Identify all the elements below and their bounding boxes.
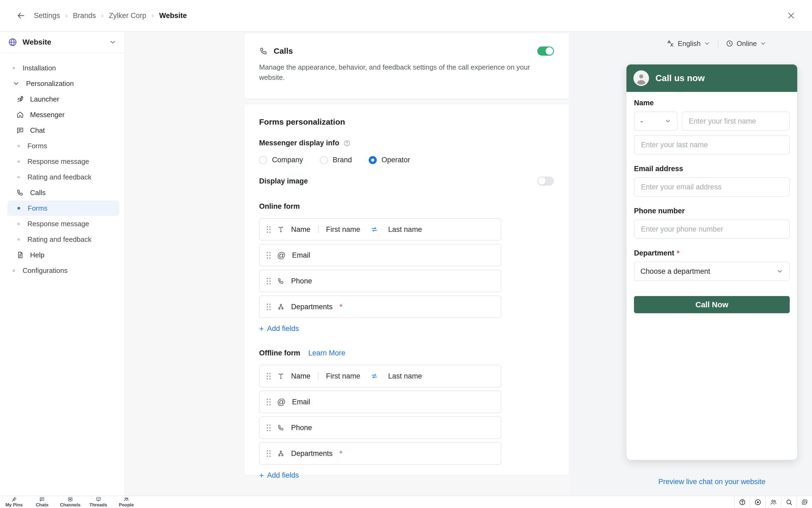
online-form-row-phone[interactable]: Phone (259, 270, 501, 292)
display-image-toggle[interactable] (537, 176, 554, 186)
last-name-input[interactable] (634, 135, 790, 155)
radio-company[interactable]: Company (259, 156, 303, 164)
drag-handle-icon[interactable] (267, 373, 271, 380)
sidebar-item-installation[interactable]: Installation (0, 60, 125, 76)
learn-more-link[interactable]: Learn More (308, 349, 345, 357)
sidebar-item-chat-forms[interactable]: Forms (0, 138, 125, 154)
salutation-select[interactable]: - (634, 112, 677, 131)
toolbar-item-channels[interactable]: Channels (56, 496, 84, 508)
email-input[interactable] (634, 177, 790, 197)
phone-number-label: Phone number (634, 207, 790, 215)
radio-unchecked-icon (259, 156, 267, 164)
status-selector[interactable]: Online (726, 40, 766, 48)
toolbar-item-threads[interactable]: Threads (84, 496, 112, 508)
sidebar-item-launcher[interactable]: Launcher (0, 91, 125, 107)
drag-handle-icon[interactable] (267, 450, 271, 457)
sidebar-nav: Installation Personalization Launcher Me… (0, 53, 125, 278)
online-add-fields-button[interactable]: + Add fields (259, 325, 299, 333)
toggle-knob (546, 47, 553, 55)
sidebar-item-chat[interactable]: Chat (0, 123, 125, 138)
radio-checked-icon (369, 156, 377, 164)
online-form-row-name[interactable]: Name First name Last name (259, 218, 501, 241)
offline-form-row-phone[interactable]: Phone (259, 416, 501, 439)
back-button[interactable] (15, 10, 27, 22)
bullet-icon (13, 67, 15, 69)
field-departments-label: Departments (291, 450, 333, 458)
offline-form-row-name[interactable]: Name First name Last name (259, 365, 501, 387)
translate-icon (667, 40, 675, 48)
phone-icon (16, 188, 24, 197)
required-asterisk: * (340, 303, 343, 311)
drag-handle-icon[interactable] (267, 252, 271, 259)
chevron-down-icon (760, 40, 766, 47)
breadcrumb-separator: › (101, 12, 103, 19)
call-now-button[interactable]: Call Now (634, 296, 790, 313)
sidebar-item-configurations[interactable]: Configurations (0, 263, 125, 278)
sidebar-brand-selector[interactable]: Website (0, 32, 125, 53)
language-selector[interactable]: English (667, 40, 710, 48)
thread-icon (96, 497, 101, 502)
question-circle-icon[interactable] (343, 139, 351, 147)
sidebar-item-personalization[interactable]: Personalization (0, 76, 125, 91)
search-icon (785, 499, 793, 506)
drag-handle-icon[interactable] (267, 304, 271, 310)
members-button[interactable] (766, 496, 781, 508)
online-form-row-email[interactable]: @ Email (259, 244, 501, 266)
display-image-label: Display image (259, 177, 308, 185)
calls-enabled-toggle[interactable] (537, 46, 554, 56)
sidebar-item-chat-response-message[interactable]: Response message (0, 154, 125, 169)
offline-form-row-departments[interactable]: Departments * (259, 442, 501, 465)
department-select[interactable]: Choose a department (634, 262, 790, 281)
radio-brand[interactable]: Brand (320, 156, 352, 164)
text-field-icon (277, 226, 285, 233)
rocket-icon (16, 95, 24, 103)
search-button[interactable] (781, 496, 797, 508)
swap-arrows-icon[interactable] (370, 372, 378, 380)
last-name-label: Last name (388, 225, 422, 234)
swap-arrows-icon[interactable] (370, 226, 378, 233)
sidebar-item-calls-forms[interactable]: Forms (7, 200, 119, 216)
drag-handle-icon[interactable] (267, 424, 271, 431)
drag-handle-icon[interactable] (267, 226, 271, 233)
calls-card-description: Manage the appearance, behavior, and fee… (259, 62, 532, 82)
radio-operator[interactable]: Operator (369, 156, 410, 164)
stacked-chats-button[interactable] (797, 496, 812, 508)
status-dot-button[interactable] (750, 496, 765, 508)
name-label: Name (634, 99, 790, 107)
toolbar-item-people[interactable]: People (112, 496, 140, 508)
close-button[interactable] (785, 10, 797, 22)
sidebar-item-messenger[interactable]: Messenger (0, 107, 125, 123)
sidebar-item-calls-response-message[interactable]: Response message (0, 216, 125, 231)
breadcrumb-brands[interactable]: Brands (73, 11, 96, 20)
sidebar-item-help[interactable]: Help (0, 247, 125, 263)
field-phone-label: Phone (291, 424, 312, 432)
breadcrumb-settings[interactable]: Settings (34, 11, 60, 20)
bullet-icon (17, 145, 20, 147)
members-icon (770, 499, 777, 506)
first-name-input[interactable] (682, 112, 790, 131)
language-label: English (678, 40, 701, 48)
sidebar-item-calls-rating-and-feedback[interactable]: Rating and feedback (0, 231, 125, 247)
sidebar-item-label: Help (30, 251, 44, 259)
breadcrumb-separator: › (152, 12, 154, 19)
toolbar-item-chats[interactable]: Chats (28, 496, 56, 508)
drag-handle-icon[interactable] (267, 278, 271, 285)
phone-icon (277, 277, 285, 285)
preview-live-chat-link[interactable]: Preview live chat on your website (626, 478, 797, 486)
offline-form-label: Offline form (259, 349, 300, 357)
offline-form-row-email[interactable]: @ Email (259, 391, 501, 413)
sidebar-item-calls[interactable]: Calls (0, 185, 125, 200)
toolbar-label: Channels (60, 502, 81, 508)
field-departments-label: Departments (291, 303, 333, 311)
help-circle-button[interactable] (735, 496, 750, 508)
online-form-row-departments[interactable]: Departments * (259, 296, 501, 318)
sidebar-item-label: Forms (28, 204, 48, 212)
drag-handle-icon[interactable] (267, 399, 271, 406)
breadcrumb-zylker-corp[interactable]: Zylker Corp (109, 11, 146, 20)
at-icon: @ (277, 251, 285, 259)
sidebar-item-chat-rating-and-feedback[interactable]: Rating and feedback (0, 169, 125, 185)
toolbar-item-my-pins[interactable]: My Pins (0, 496, 28, 508)
phone-input[interactable] (634, 219, 790, 239)
bullet-icon (17, 238, 20, 241)
offline-add-fields-button[interactable]: + Add fields (259, 471, 299, 479)
